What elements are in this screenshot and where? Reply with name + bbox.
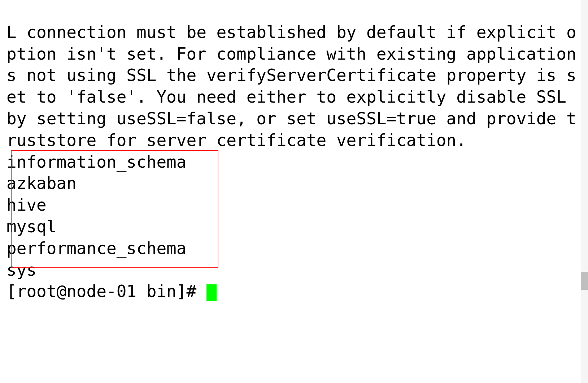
cursor xyxy=(206,284,217,301)
ssl-warning-text: L connection must be established by defa… xyxy=(6,22,576,150)
terminal-output[interactable]: L connection must be established by defa… xyxy=(6,0,579,302)
db-item: hive xyxy=(6,195,47,215)
db-item: mysql xyxy=(6,217,56,236)
db-item: information_schema xyxy=(6,152,187,172)
database-list: information_schema azkaban hive mysql pe… xyxy=(6,151,579,281)
shell-prompt: [root@node-01 bin]# xyxy=(6,281,206,301)
scrollbar-thumb[interactable] xyxy=(581,272,588,290)
scrollbar-track[interactable] xyxy=(581,0,588,383)
db-item: performance_schema xyxy=(6,238,187,258)
db-item: azkaban xyxy=(6,173,77,193)
db-item: sys xyxy=(6,260,36,280)
